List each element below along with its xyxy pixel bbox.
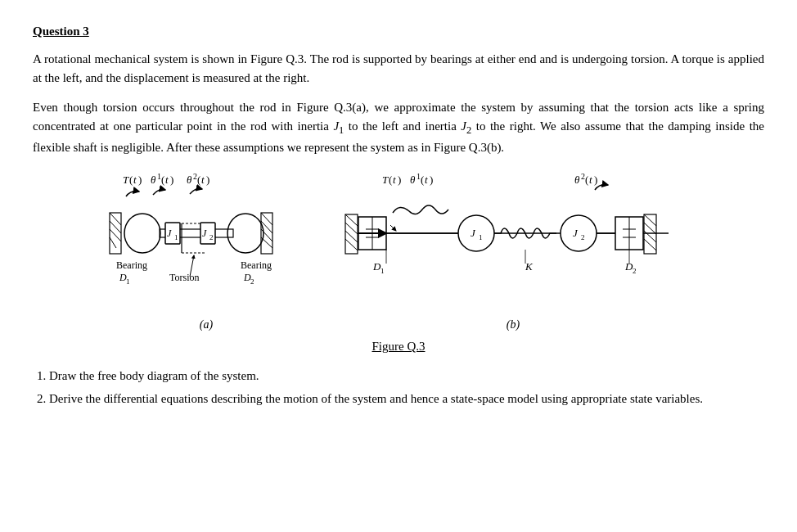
svg-text:1: 1: [174, 233, 178, 241]
figure-area: T ( t ) θ 1 ( t ) θ 2 ( t ): [33, 172, 764, 354]
svg-text:(: (: [197, 174, 200, 186]
svg-text:t: t: [589, 174, 592, 186]
svg-line-95: [390, 225, 396, 231]
svg-point-72: [561, 215, 597, 251]
svg-text:(: (: [421, 174, 424, 186]
svg-text:θ: θ: [151, 174, 156, 186]
svg-text:Bearing: Bearing: [241, 259, 272, 271]
svg-text:): ): [170, 174, 173, 186]
svg-point-19: [124, 214, 160, 253]
svg-text:T: T: [382, 174, 389, 186]
svg-text:2: 2: [250, 277, 254, 286]
paragraph-2: Even though torsion occurs throughout th…: [33, 98, 764, 158]
svg-text:): ): [138, 174, 142, 186]
svg-text:): ): [594, 174, 597, 186]
diagram-b-svg: T ( t ) θ 1 ( t ) θ 2 ( t ): [337, 172, 689, 315]
svg-text:): ): [430, 174, 433, 186]
svg-text:(: (: [161, 174, 164, 186]
svg-text:t: t: [165, 174, 169, 186]
diagram-a-label: (a): [200, 318, 213, 331]
diagram-a-svg: T ( t ) θ 1 ( t ) θ 2 ( t ): [108, 172, 304, 315]
svg-text:J: J: [167, 228, 172, 239]
svg-text:): ): [206, 174, 209, 186]
svg-text:K: K: [525, 260, 534, 273]
svg-point-69: [458, 215, 494, 251]
svg-text:(: (: [129, 174, 133, 186]
svg-text:1: 1: [126, 277, 130, 286]
question-item-2: Derive the differential equations descri…: [49, 390, 764, 408]
diagram-a: T ( t ) θ 1 ( t ) θ 2 ( t ): [108, 172, 304, 331]
page-container: Question 3 A rotational mechanical syste…: [33, 25, 764, 408]
diagrams-row: T ( t ) θ 1 ( t ) θ 2 ( t ): [108, 172, 689, 331]
svg-text:(: (: [585, 174, 588, 186]
figure-caption: Figure Q.3: [372, 340, 426, 354]
svg-text:θ: θ: [574, 174, 580, 186]
svg-text:t: t: [393, 174, 396, 186]
svg-line-18: [110, 237, 116, 248]
paragraph-1: A rotational mechanical system is shown …: [33, 50, 764, 88]
svg-text:T: T: [123, 174, 129, 186]
svg-text:t: t: [425, 174, 428, 186]
svg-text:): ): [398, 174, 401, 186]
questions-list: Draw the free body diagram of the system…: [33, 367, 764, 408]
svg-text:(: (: [389, 174, 392, 186]
svg-line-35: [261, 237, 272, 248]
svg-text:Bearing: Bearing: [116, 259, 147, 271]
svg-text:t: t: [133, 174, 137, 186]
diagram-b: T ( t ) θ 1 ( t ) θ 2 ( t ): [337, 172, 689, 331]
question-title: Question 3: [33, 25, 764, 38]
svg-text:θ: θ: [187, 174, 192, 186]
svg-text:Torsion: Torsion: [169, 272, 200, 283]
svg-text:2: 2: [581, 233, 585, 241]
svg-text:1: 1: [479, 233, 483, 241]
svg-text:2: 2: [633, 267, 637, 275]
svg-text:1: 1: [380, 267, 385, 275]
diagram-b-label: (b): [507, 318, 520, 331]
svg-text:t: t: [201, 174, 205, 186]
svg-text:θ: θ: [410, 174, 416, 186]
svg-text:J: J: [202, 228, 207, 239]
question-item-1: Draw the free body diagram of the system…: [49, 367, 764, 385]
svg-text:2: 2: [209, 233, 214, 241]
